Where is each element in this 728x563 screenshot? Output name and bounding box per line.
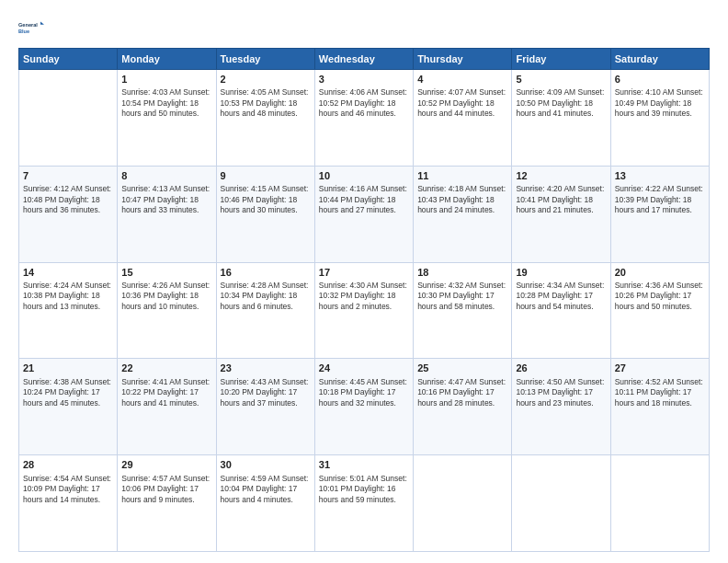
day-info: Sunrise: 4:47 AM Sunset: 10:16 PM Daylig…: [417, 377, 507, 408]
day-number: 13: [615, 169, 705, 183]
day-info: Sunrise: 4:20 AM Sunset: 10:41 PM Daylig…: [516, 184, 606, 215]
day-number: 9: [221, 169, 311, 183]
day-number: 11: [417, 169, 507, 183]
day-info: Sunrise: 4:52 AM Sunset: 10:11 PM Daylig…: [615, 377, 705, 408]
day-number: 20: [615, 266, 705, 280]
day-number: 10: [319, 169, 409, 183]
calendar-cell: 31Sunrise: 5:01 AM Sunset: 10:01 PM Dayl…: [314, 455, 413, 552]
day-info: Sunrise: 4:36 AM Sunset: 10:26 PM Daylig…: [615, 281, 705, 312]
day-info: Sunrise: 4:07 AM Sunset: 10:52 PM Daylig…: [417, 87, 507, 119]
calendar-cell: 5Sunrise: 4:09 AM Sunset: 10:50 PM Dayli…: [512, 70, 610, 167]
day-info: Sunrise: 5:01 AM Sunset: 10:01 PM Daylig…: [319, 474, 409, 505]
weekday-header-row: SundayMondayTuesdayWednesdayThursdayFrid…: [19, 49, 710, 70]
calendar-cell: 20Sunrise: 4:36 AM Sunset: 10:26 PM Dayl…: [610, 262, 709, 359]
calendar-cell: [414, 455, 512, 552]
calendar-row-1: 7Sunrise: 4:12 AM Sunset: 10:48 PM Dayli…: [19, 166, 710, 262]
calendar-cell: 1Sunrise: 4:03 AM Sunset: 10:54 PM Dayli…: [118, 70, 216, 167]
day-info: Sunrise: 4:24 AM Sunset: 10:38 PM Daylig…: [23, 281, 113, 312]
calendar-cell: 15Sunrise: 4:26 AM Sunset: 10:36 PM Dayl…: [118, 262, 216, 359]
calendar-cell: 17Sunrise: 4:30 AM Sunset: 10:32 PM Dayl…: [314, 262, 413, 359]
day-info: Sunrise: 4:12 AM Sunset: 10:48 PM Daylig…: [23, 184, 113, 215]
calendar-cell: 9Sunrise: 4:15 AM Sunset: 10:46 PM Dayli…: [216, 166, 314, 262]
day-info: Sunrise: 4:45 AM Sunset: 10:18 PM Daylig…: [319, 377, 409, 408]
day-number: 25: [417, 362, 507, 375]
calendar-cell: 19Sunrise: 4:34 AM Sunset: 10:28 PM Dayl…: [512, 262, 610, 359]
logo-icon: General Blue: [18, 15, 44, 40]
day-info: Sunrise: 4:32 AM Sunset: 10:30 PM Daylig…: [417, 281, 507, 312]
day-info: Sunrise: 4:38 AM Sunset: 10:24 PM Daylig…: [23, 377, 113, 408]
day-info: Sunrise: 4:57 AM Sunset: 10:06 PM Daylig…: [121, 474, 211, 505]
weekday-header-monday: Monday: [118, 49, 216, 70]
calendar-page: General Blue SundayMondayTuesdayWednesda…: [0, 0, 728, 563]
calendar-cell: 23Sunrise: 4:43 AM Sunset: 10:20 PM Dayl…: [216, 359, 314, 455]
day-number: 1: [121, 73, 211, 86]
weekday-header-wednesday: Wednesday: [314, 49, 413, 70]
calendar-cell: 3Sunrise: 4:06 AM Sunset: 10:52 PM Dayli…: [314, 70, 413, 167]
day-number: 4: [417, 73, 507, 86]
day-number: 12: [516, 169, 606, 183]
day-number: 24: [319, 362, 409, 375]
day-info: Sunrise: 4:28 AM Sunset: 10:34 PM Daylig…: [221, 281, 311, 312]
day-number: 8: [121, 169, 211, 183]
weekday-header-thursday: Thursday: [414, 49, 512, 70]
day-info: Sunrise: 4:22 AM Sunset: 10:39 PM Daylig…: [615, 184, 705, 215]
day-info: Sunrise: 4:50 AM Sunset: 10:13 PM Daylig…: [516, 377, 606, 408]
day-number: 7: [23, 169, 113, 183]
calendar-cell: 13Sunrise: 4:22 AM Sunset: 10:39 PM Dayl…: [610, 166, 709, 262]
day-info: Sunrise: 4:13 AM Sunset: 10:47 PM Daylig…: [121, 184, 211, 215]
weekday-header-sunday: Sunday: [19, 49, 118, 70]
calendar-row-4: 28Sunrise: 4:54 AM Sunset: 10:09 PM Dayl…: [19, 455, 710, 552]
calendar-cell: 6Sunrise: 4:10 AM Sunset: 10:49 PM Dayli…: [610, 70, 709, 167]
calendar-cell: 22Sunrise: 4:41 AM Sunset: 10:22 PM Dayl…: [118, 359, 216, 455]
day-info: Sunrise: 4:16 AM Sunset: 10:44 PM Daylig…: [319, 184, 409, 215]
day-number: 22: [121, 362, 211, 375]
day-number: 17: [319, 266, 409, 280]
day-info: Sunrise: 4:54 AM Sunset: 10:09 PM Daylig…: [23, 474, 113, 505]
day-info: Sunrise: 4:06 AM Sunset: 10:52 PM Daylig…: [319, 87, 409, 119]
day-number: 3: [319, 73, 409, 86]
day-info: Sunrise: 4:09 AM Sunset: 10:50 PM Daylig…: [516, 87, 606, 119]
calendar-cell: 21Sunrise: 4:38 AM Sunset: 10:24 PM Dayl…: [19, 359, 118, 455]
day-info: Sunrise: 4:30 AM Sunset: 10:32 PM Daylig…: [319, 281, 409, 312]
calendar-cell: [610, 455, 709, 552]
calendar-cell: 10Sunrise: 4:16 AM Sunset: 10:44 PM Dayl…: [314, 166, 413, 262]
day-info: Sunrise: 4:15 AM Sunset: 10:46 PM Daylig…: [221, 184, 311, 215]
day-number: 31: [319, 458, 409, 472]
day-info: Sunrise: 4:26 AM Sunset: 10:36 PM Daylig…: [121, 281, 211, 312]
day-info: Sunrise: 4:41 AM Sunset: 10:22 PM Daylig…: [121, 377, 211, 408]
calendar-cell: 11Sunrise: 4:18 AM Sunset: 10:43 PM Dayl…: [414, 166, 512, 262]
day-info: Sunrise: 4:03 AM Sunset: 10:54 PM Daylig…: [121, 87, 211, 119]
logo: General Blue: [18, 15, 44, 40]
calendar-cell: 16Sunrise: 4:28 AM Sunset: 10:34 PM Dayl…: [216, 262, 314, 359]
calendar-cell: 30Sunrise: 4:59 AM Sunset: 10:04 PM Dayl…: [216, 455, 314, 552]
day-number: 27: [615, 362, 705, 375]
weekday-header-friday: Friday: [512, 49, 610, 70]
day-number: 15: [121, 266, 211, 280]
svg-text:Blue: Blue: [18, 29, 29, 34]
day-number: 26: [516, 362, 606, 375]
calendar-cell: 4Sunrise: 4:07 AM Sunset: 10:52 PM Dayli…: [414, 70, 512, 167]
day-number: 6: [615, 73, 705, 86]
calendar-table: SundayMondayTuesdayWednesdayThursdayFrid…: [18, 48, 710, 552]
weekday-header-tuesday: Tuesday: [216, 49, 314, 70]
day-number: 19: [516, 266, 606, 280]
calendar-cell: 29Sunrise: 4:57 AM Sunset: 10:06 PM Dayl…: [118, 455, 216, 552]
calendar-row-2: 14Sunrise: 4:24 AM Sunset: 10:38 PM Dayl…: [19, 262, 710, 359]
weekday-header-saturday: Saturday: [610, 49, 709, 70]
day-info: Sunrise: 4:34 AM Sunset: 10:28 PM Daylig…: [516, 281, 606, 312]
calendar-cell: 25Sunrise: 4:47 AM Sunset: 10:16 PM Dayl…: [414, 359, 512, 455]
day-number: 5: [516, 73, 606, 86]
day-info: Sunrise: 4:18 AM Sunset: 10:43 PM Daylig…: [417, 184, 507, 215]
calendar-cell: [512, 455, 610, 552]
header: General Blue: [18, 15, 710, 40]
calendar-cell: 12Sunrise: 4:20 AM Sunset: 10:41 PM Dayl…: [512, 166, 610, 262]
calendar-cell: 26Sunrise: 4:50 AM Sunset: 10:13 PM Dayl…: [512, 359, 610, 455]
svg-marker-2: [40, 22, 44, 25]
day-number: 21: [23, 362, 113, 375]
day-info: Sunrise: 4:10 AM Sunset: 10:49 PM Daylig…: [615, 87, 705, 119]
calendar-cell: 27Sunrise: 4:52 AM Sunset: 10:11 PM Dayl…: [610, 359, 709, 455]
calendar-cell: 8Sunrise: 4:13 AM Sunset: 10:47 PM Dayli…: [118, 166, 216, 262]
calendar-cell: 24Sunrise: 4:45 AM Sunset: 10:18 PM Dayl…: [314, 359, 413, 455]
day-number: 30: [221, 458, 311, 472]
svg-text:General: General: [18, 22, 38, 28]
